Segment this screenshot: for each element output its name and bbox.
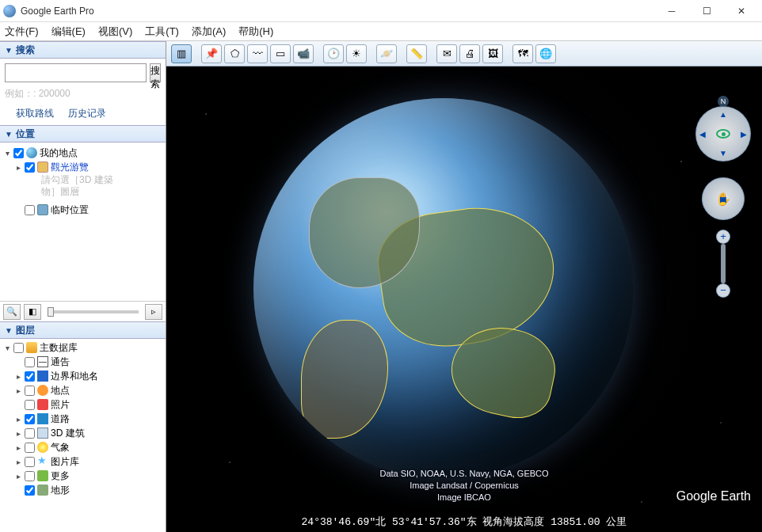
layer-row[interactable]: 地形 (2, 483, 164, 497)
layer-checkbox[interactable] (25, 485, 35, 496)
layer-row[interactable]: ▸地点 (2, 383, 164, 397)
temp-places-row[interactable]: 临时位置 (2, 203, 164, 217)
look-down-icon[interactable]: ▼ (719, 149, 727, 158)
layer-checkbox[interactable] (25, 457, 35, 467)
expand-icon[interactable]: ▸ (14, 386, 22, 395)
close-button[interactable]: ✕ (724, 0, 759, 22)
maximize-button[interactable]: ☐ (689, 0, 724, 22)
globe-button[interactable]: 🌐 (535, 44, 556, 63)
layer-checkbox[interactable] (25, 386, 35, 396)
add-polygon-button[interactable]: ⬠ (224, 44, 245, 63)
layer-row[interactable]: ▸更多 (2, 469, 164, 483)
menu-tools[interactable]: 工具(T) (145, 25, 179, 39)
temp-places-checkbox[interactable] (25, 205, 35, 215)
toggle-sidebar-button[interactable]: ▥ (171, 44, 192, 63)
zoom-slider[interactable] (721, 244, 726, 283)
add-image-overlay-button[interactable]: ▭ (270, 44, 291, 63)
layer-row[interactable]: ▸气象 (2, 440, 164, 454)
layers-panel-header[interactable]: ▼ 图层 (0, 321, 166, 339)
sightseeing-checkbox[interactable] (25, 162, 35, 173)
layer-checkbox[interactable] (25, 443, 35, 453)
planet-button[interactable]: 🪐 (376, 44, 397, 63)
email-button[interactable]: ✉ (436, 44, 457, 63)
menu-file[interactable]: 文件(F) (5, 25, 39, 39)
look-left-icon[interactable]: ◀ (699, 130, 706, 139)
primary-db-row[interactable]: ▾ 主数据库 (2, 340, 164, 355)
record-tour-button[interactable]: 📹 (293, 44, 314, 63)
menu-help[interactable]: 帮助(H) (238, 25, 273, 39)
expand-icon[interactable]: ▸ (14, 458, 22, 466)
collapse-icon: ▼ (5, 46, 13, 55)
add-path-button[interactable]: 〰 (247, 44, 268, 63)
print-button[interactable]: 🖨 (459, 44, 480, 63)
search-panel-header[interactable]: ▼ 搜索 (0, 41, 166, 59)
earth-globe (253, 98, 634, 478)
places-panel-header[interactable]: ▼ 位置 (0, 125, 166, 142)
layer-row[interactable]: ▸★图片库 (2, 454, 164, 469)
menu-add[interactable]: 添加(A) (192, 25, 226, 39)
menu-edit[interactable]: 编辑(E) (51, 25, 86, 39)
look-right-icon[interactable]: ▶ (741, 130, 747, 139)
pan-right-icon[interactable]: ▶ (720, 195, 726, 203)
play-tour-button[interactable]: ▹ (145, 304, 162, 320)
google-earth-logo: Google Earth (676, 489, 751, 504)
zoom-in-button[interactable]: + (716, 230, 730, 244)
layer-checkbox[interactable] (25, 400, 35, 410)
expand-icon[interactable]: ▾ (3, 149, 11, 158)
sidebar: ▼ 搜索 搜索 例如：: 200000 获取路线 历史记录 ▼ 位置 ▾ 我的地… (0, 41, 166, 532)
ruler-button[interactable]: 📏 (406, 44, 427, 63)
window-title: Google Earth Pro (21, 6, 654, 17)
layer-row[interactable]: 通告 (2, 355, 164, 369)
menu-view[interactable]: 视图(V) (98, 25, 132, 39)
layer-checkbox[interactable] (25, 414, 35, 424)
toggle-view-button[interactable]: ◧ (24, 304, 41, 320)
places-toolbar: 🔍 ◧ ▹ (0, 301, 166, 321)
minimize-button[interactable]: ─ (654, 0, 689, 22)
expand-icon[interactable]: ▾ (3, 344, 11, 352)
expand-icon[interactable]: ▸ (14, 163, 22, 172)
expand-icon[interactable] (14, 358, 22, 367)
look-compass[interactable]: N ▲ ▼ ◀ ▶ (695, 106, 751, 162)
my-places-row[interactable]: ▾ 我的地点 (2, 146, 164, 160)
expand-icon[interactable]: ▸ (14, 429, 22, 438)
3d-icon (37, 428, 48, 439)
toolbar: ▥ 📌 ⬠ 〰 ▭ 📹 🕑 ☀ 🪐 📏 ✉ 🖨 🖼 🗺 🌐 (166, 41, 762, 66)
layers-header-label: 图层 (16, 324, 35, 337)
get-directions-link[interactable]: 获取路线 (16, 107, 54, 120)
app-icon (3, 5, 16, 17)
pan-control[interactable]: ▲ ▼ ◀ ▶ ✋ (702, 177, 745, 220)
expand-icon[interactable] (14, 401, 22, 409)
view-in-maps-button[interactable]: 🗺 (512, 44, 533, 63)
history-imagery-button[interactable]: 🕑 (323, 44, 344, 63)
save-image-button[interactable]: 🖼 (482, 44, 503, 63)
search-button[interactable]: 搜索 (150, 63, 161, 82)
expand-icon[interactable]: ▸ (14, 372, 22, 381)
search-input[interactable] (5, 63, 147, 82)
layer-row[interactable]: ▸边界和地名 (2, 369, 164, 383)
layer-row[interactable]: ▸道路 (2, 412, 164, 426)
look-up-icon[interactable]: ▲ (719, 110, 727, 119)
layer-row[interactable]: ▸3D 建筑 (2, 426, 164, 440)
layer-checkbox[interactable] (25, 371, 35, 382)
zoom-out-button[interactable]: − (716, 283, 730, 298)
expand-icon[interactable]: ▸ (14, 472, 22, 481)
sightseeing-row[interactable]: ▸ 觀光游覽 (2, 160, 164, 174)
layer-checkbox[interactable] (25, 471, 35, 481)
layer-checkbox[interactable] (25, 357, 35, 367)
globe-canvas[interactable]: N ▲ ▼ ◀ ▶ ▲ ▼ ◀ ▶ ✋ + − Data SIO, NOAA, … (166, 66, 762, 532)
add-placemark-button[interactable]: 📌 (201, 44, 222, 63)
expand-icon[interactable]: ▸ (14, 443, 22, 452)
sunlight-button[interactable]: ☀ (346, 44, 367, 63)
history-link[interactable]: 历史记录 (68, 107, 106, 120)
layer-label: 气象 (51, 441, 70, 454)
layers-panel: ▾ 主数据库 通告▸边界和地名▸地点 照片▸道路▸3D 建筑▸气象▸★图片库▸更… (0, 339, 166, 532)
expand-icon[interactable]: ▸ (14, 415, 22, 424)
layer-row[interactable]: 照片 (2, 397, 164, 412)
search-places-button[interactable]: 🔍 (3, 304, 21, 320)
expand-icon[interactable] (14, 486, 22, 495)
primary-db-checkbox[interactable] (13, 343, 24, 353)
collapse-icon: ▼ (5, 326, 13, 335)
layer-checkbox[interactable] (25, 428, 35, 439)
opacity-slider[interactable] (48, 310, 139, 314)
my-places-checkbox[interactable] (13, 148, 24, 158)
